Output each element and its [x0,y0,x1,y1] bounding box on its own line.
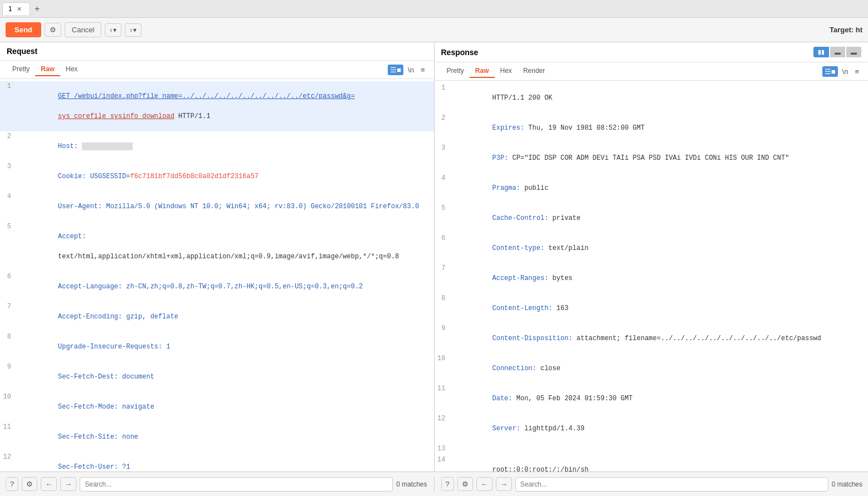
tab-1[interactable]: 1 ✕ [2,2,30,15]
response-help-icon[interactable]: ? [441,477,454,491]
send-button[interactable]: Send [6,22,41,37]
request-line-1: 1 GET /webui/index.php?file_name=../../.… [0,81,434,131]
response-line-1: 1 HTTP/1.1 200 OK [435,83,869,113]
response-tool-format[interactable]: ☰■ [822,66,838,77]
response-line-5: 5 Cache-Control: private [435,203,869,233]
nav-forward-dropdown-icon: ▾ [133,26,136,34]
request-header: Request [0,42,434,61]
request-tab-pretty[interactable]: Pretty [7,63,35,76]
chevron-left-icon: ‹ [110,26,112,34]
request-line-10: 10 Sec-Fetch-Mode: navigate [0,392,434,422]
request-line-9: 9 Sec-Fetch-Dest: document [0,362,434,392]
request-tab-raw[interactable]: Raw [35,63,60,76]
request-panel: Request Pretty Raw Hex ☰■ \n ≡ 1 GET /we… [0,42,435,472]
request-line-3: 3 Cookie: USGSESSID=f6c7181bf7dd56b8c0a0… [0,161,434,191]
response-line-2: 2 Expires: Thu, 19 Nov 1981 08:52:00 GMT [435,113,869,143]
response-line-7: 7 Accept-Ranges: bytes [435,263,869,293]
request-line-6: 6 Accept-Language: zh-CN,zh;q=0.8,zh-TW;… [0,272,434,302]
response-line-14: 14 root::0:0:root:/:/bin/sh [435,455,869,472]
request-matches-label: 0 matches [396,480,427,488]
response-view-full[interactable]: ▬ [846,47,861,57]
request-search-input[interactable] [80,477,393,492]
request-search-bar: ? ⚙ ← → 0 matches [6,477,435,492]
tab-close-icon[interactable]: ✕ [17,6,22,13]
chevron-right-icon: › [130,26,132,34]
response-tab-hex[interactable]: Hex [495,65,518,78]
request-settings-icon[interactable]: ⚙ [22,477,37,491]
bottom-bar: ? ⚙ ← → 0 matches ? ⚙ ← → 0 matches [0,472,868,496]
response-line-8: 8 Content-Length: 163 [435,293,869,323]
response-back-search-icon[interactable]: ← [476,477,492,491]
response-tab-raw[interactable]: Raw [470,65,495,78]
nav-forward-button[interactable]: › ▾ [125,23,142,37]
request-line-8: 8 Upgrade-Insecure-Requests: 1 [0,332,434,362]
response-tab-render[interactable]: Render [518,65,550,78]
response-line-3: 3 P3P: CP="IDC DSP COR ADM DEVi TAIi PSA… [435,143,869,173]
toolbar: Send ⚙ Cancel ‹ ▾ › ▾ Target: ht [0,18,868,42]
request-line-7: 7 Accept-Encoding: gzip, deflate [0,302,434,332]
request-tool-newline[interactable]: \n [406,65,416,75]
response-settings-icon[interactable]: ⚙ [457,477,473,491]
request-back-search-icon[interactable]: ← [41,477,57,491]
request-tab-hex[interactable]: Hex [60,63,83,76]
response-line-11: 11 Date: Mon, 05 Feb 2024 01:59:30 GMT [435,384,869,414]
response-tab-tools: ☰■ \n ≡ [822,66,861,77]
nav-back-button[interactable]: ‹ ▾ [105,23,121,37]
response-view-toggle: ▮▮ ▬ ▬ [813,47,861,57]
response-line-4: 4 Pragma: public [435,173,869,203]
request-line-2: 2 Host: [0,131,434,161]
response-matches-label: 0 matches [832,480,862,488]
request-tabs-row: Pretty Raw Hex ☰■ \n ≡ [0,61,434,79]
response-search-input[interactable] [515,477,828,492]
request-tool-menu[interactable]: ≡ [418,65,427,75]
main-content: Request Pretty Raw Hex ☰■ \n ≡ 1 GET /we… [0,42,868,472]
settings-icon-button[interactable]: ⚙ [45,23,61,37]
response-tabs-row: Pretty Raw Hex Render ☰■ \n ≡ [435,62,869,81]
response-tool-newline[interactable]: \n [840,66,851,77]
new-tab-button[interactable]: + [31,3,43,15]
response-tool-menu[interactable]: ≡ [852,66,861,77]
response-code-area[interactable]: 1 HTTP/1.1 200 OK 2 Expires: Thu, 19 Nov… [435,81,869,472]
tab-label: 1 [8,5,12,13]
request-line-12: 12 Sec-Fetch-User: ?1 [0,452,434,472]
response-view-horizontal[interactable]: ▬ [830,47,845,57]
response-view-split[interactable]: ▮▮ [813,47,829,57]
request-title: Request [7,47,37,56]
request-line-5: 5 Accept: text/html,application/xhtml+xm… [0,222,434,272]
response-line-13: 13 [435,444,869,455]
response-search-bar: ? ⚙ ← → 0 matches [441,477,863,492]
request-help-icon[interactable]: ? [6,477,18,491]
request-code-area[interactable]: 1 GET /webui/index.php?file_name=../../.… [0,79,434,472]
response-title: Response [441,48,479,57]
request-tab-tools: ☰■ \n ≡ [388,65,427,75]
request-line-4: 4 User-Agent: Mozilla/5.0 (Windows NT 10… [0,191,434,222]
tab-bar: 1 ✕ + [0,0,868,18]
request-tool-format[interactable]: ☰■ [388,65,403,75]
response-tab-pretty[interactable]: Pretty [441,65,470,78]
request-line-11: 11 Sec-Fetch-Site: none [0,422,434,452]
request-forward-search-icon[interactable]: → [60,477,76,491]
cancel-button[interactable]: Cancel [65,22,101,37]
response-line-9: 9 Content-Disposition: attachment; filen… [435,323,869,353]
response-forward-search-icon[interactable]: → [496,477,512,491]
target-label: Target: ht [830,26,862,34]
response-line-10: 10 Connection: close [435,353,869,384]
response-line-6: 6 Content-type: text/plain [435,233,869,263]
response-line-12: 12 Server: lighttpd/1.4.39 [435,414,869,444]
nav-back-dropdown-icon: ▾ [113,26,116,34]
response-header: Response ▮▮ ▬ ▬ [435,42,869,62]
response-panel: Response ▮▮ ▬ ▬ Pretty Raw Hex Render ☰■… [435,42,869,472]
